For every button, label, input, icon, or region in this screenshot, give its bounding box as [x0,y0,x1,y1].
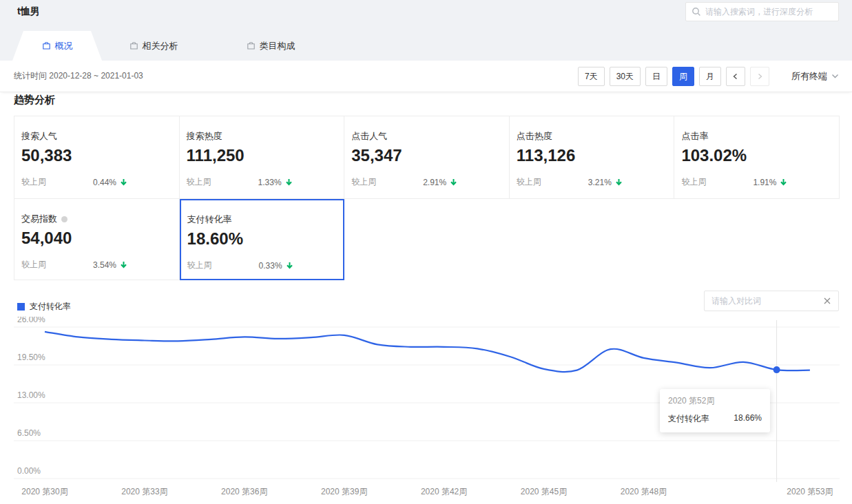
briefcase-icon [247,41,256,50]
granularity-day-button[interactable]: 日 [645,67,667,86]
metric-label: 点击率 [681,130,839,143]
trend-down-arrow-icon [285,178,293,187]
x-axis-tick: 2020 第39周 [321,487,367,496]
range-30d-button[interactable]: 30天 [610,67,641,86]
x-axis-tick: 2020 第42周 [421,487,467,496]
compare-word-input[interactable] [711,296,823,306]
compare-period-label: 较上周 [517,176,541,188]
change-percent: 3.21% [588,178,612,187]
metric-card-交易指数[interactable]: 交易指数54,040较上周3.54% [14,199,180,280]
close-icon[interactable] [823,297,831,305]
metric-card-搜索热度[interactable]: 搜索热度111,250较上周1.33% [180,116,345,199]
metric-label: 交易指数 [21,213,179,225]
x-axis-tick: 2020 第45周 [521,487,567,496]
y-axis-tick: 0.00% [17,466,41,476]
y-axis-tick: 6.50% [17,428,41,438]
compare-period-label: 较上周 [351,176,376,188]
x-axis-tick: 2020 第53周 [787,487,833,496]
metric-value: 113,126 [517,146,674,165]
metric-grid: 搜索人气50,383较上周0.44%搜索热度111,250较上周1.33%点击人… [14,116,840,280]
trend-down-arrow-icon [615,178,623,187]
change-percent: 2.91% [423,178,446,187]
compare-word-box[interactable] [704,291,839,311]
trend-down-arrow-icon [286,262,293,270]
info-dot-icon[interactable] [61,216,67,222]
terminal-select[interactable]: 所有终端 [791,70,839,83]
x-axis-tick: 2020 第33周 [121,487,167,496]
briefcase-icon [42,41,51,50]
compare-period-label: 较上周 [21,259,46,271]
y-axis-tick: 26.00% [17,317,45,324]
legend-swatch [17,303,25,311]
top-header: t恤男 概况相关分析类目构成 [0,0,852,61]
change-percent: 3.54% [93,260,116,270]
trend-down-arrow-icon [450,178,457,187]
metric-label: 支付转化率 [187,213,344,226]
tab-related-analysis[interactable]: 相关分析 [119,31,188,61]
chart-legend: 支付转化率 [17,301,71,313]
metric-card-搜索人气[interactable]: 搜索人气50,383较上周0.44% [14,116,180,199]
compare-period-label: 较上周 [681,176,706,188]
main-content: 统计时间 2020-12-28 ~ 2021-01-03 7天30天日周月所有终… [0,61,852,504]
compare-period-label: 较上周 [21,176,46,188]
y-axis-tick: 19.50% [17,353,45,362]
tab-bar: 概况相关分析类目构成 [0,31,852,61]
tab-category-composition[interactable]: 类目构成 [236,31,305,61]
metric-value: 103.02% [681,146,839,165]
x-axis-tick: 2020 第30周 [21,487,67,496]
briefcase-icon [129,41,138,50]
terminal-select-label: 所有终端 [791,70,827,83]
stats-bar: 统计时间 2020-12-28 ~ 2021-01-03 7天30天日周月所有终… [0,61,852,92]
active-point-marker[interactable] [773,366,780,373]
range-controls: 7天30天日周月所有终端 [573,67,839,86]
metric-value: 35,347 [351,146,509,165]
compare-period-label: 较上周 [187,260,212,271]
page-title: t恤男 [17,6,40,18]
trend-down-arrow-icon [120,178,127,187]
change-percent: 1.33% [258,178,282,187]
change-percent: 1.91% [753,178,776,187]
metric-card-支付转化率[interactable]: 支付转化率18.60%较上周0.33% [180,199,345,280]
metric-value: 54,040 [21,229,179,248]
y-axis-tick: 13.00% [17,390,45,400]
metric-value: 111,250 [187,146,344,165]
search-icon [692,7,701,17]
granularity-month-button[interactable]: 月 [699,67,721,86]
legend-label: 支付转化率 [30,301,71,313]
change-percent: 0.33% [259,261,282,271]
trend-down-arrow-icon [780,178,787,187]
trend-down-arrow-icon [120,261,127,269]
chevron-right-icon [756,73,763,80]
metric-value: 18.60% [187,229,344,249]
x-axis-tick: 2020 第36周 [221,487,267,496]
line-series [45,332,810,372]
next-period-button[interactable] [750,67,769,86]
page: t恤男 概况相关分析类目构成 统计时间 2020-12-28 ~ 2021-01… [0,0,852,504]
search-input[interactable] [705,7,833,17]
metric-card-点击热度[interactable]: 点击热度113,126较上周3.21% [510,116,675,199]
chevron-down-icon [831,74,839,79]
compare-period-label: 较上周 [187,176,211,188]
chevron-left-icon [732,73,739,80]
metric-label: 搜索人气 [21,130,179,143]
section-title: 趋势分析 [14,94,55,107]
metric-card-点击人气[interactable]: 点击人气35,347较上周2.91% [344,116,510,199]
stats-time-label: 统计时间 2020-12-28 ~ 2021-01-03 [14,70,143,82]
metric-label: 点击热度 [517,130,674,143]
line-chart-svg: 26.00%19.50%13.00%6.50%0.00%2020 第30周202… [14,317,840,504]
metric-value: 50,383 [21,146,179,165]
prev-period-button[interactable] [726,67,745,86]
metric-card-点击率[interactable]: 点击率103.02%较上周1.91% [674,116,840,199]
x-axis-tick: 2020 第48周 [621,487,667,496]
metric-label: 点击人气 [351,130,509,143]
trend-chart[interactable]: 26.00%19.50%13.00%6.50%0.00%2020 第30周202… [14,317,840,504]
metric-label: 搜索热度 [187,130,344,143]
tab-overview[interactable]: 概况 [12,31,102,61]
keyword-search-box[interactable] [685,2,839,21]
granularity-week-button[interactable]: 周 [672,67,694,86]
range-7d-button[interactable]: 7天 [578,67,605,86]
change-percent: 0.44% [93,178,116,187]
